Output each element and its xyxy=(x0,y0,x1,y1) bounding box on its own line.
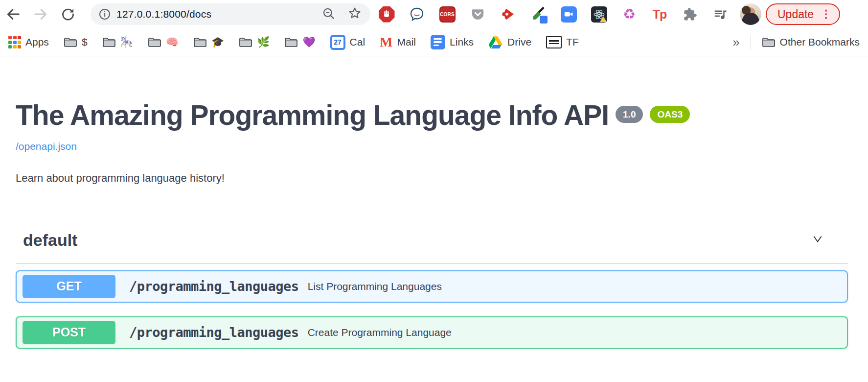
folder-icon xyxy=(64,37,77,48)
operation-summary: Create Programming Language xyxy=(308,327,452,338)
eyedropper-icon[interactable] xyxy=(530,6,547,23)
adblock-hand-icon[interactable] xyxy=(378,6,395,23)
openapi-spec-link[interactable]: /openapi.json xyxy=(16,141,77,152)
bookmarks-overflow-chevron[interactable]: » xyxy=(732,35,739,50)
bookmark-folder-brain[interactable]: 🧠 xyxy=(148,36,179,48)
operation-summary: List Programming Languages xyxy=(308,281,442,292)
get-method-badge: GET xyxy=(23,275,115,298)
folder-icon xyxy=(284,37,298,48)
forward-button[interactable] xyxy=(32,6,49,23)
cors-extension-icon[interactable]: CORS xyxy=(439,6,456,23)
folder-icon xyxy=(762,37,776,48)
react-devtools-icon[interactable] xyxy=(591,6,607,23)
google-drive-icon xyxy=(488,36,503,49)
playlist-icon[interactable] xyxy=(712,6,729,23)
apps-label: Apps xyxy=(25,36,49,48)
bookmark-calendar[interactable]: 27 Cal xyxy=(330,35,365,50)
bookmark-tf[interactable]: TF xyxy=(546,36,579,48)
reload-icon xyxy=(61,7,75,21)
swagger-ui: The Amazing Programming Language Info AP… xyxy=(0,56,868,349)
bookmark-folder-heart[interactable]: 💜 xyxy=(284,36,315,48)
section-title: default xyxy=(23,231,77,250)
bookmark-folder-carousel[interactable]: 🎠 xyxy=(102,36,133,48)
pocket-icon[interactable] xyxy=(469,6,486,23)
url-text[interactable]: 127.0.0.1:8000/docs xyxy=(116,8,211,20)
oas3-badge: OAS3 xyxy=(650,106,690,123)
bookmarks-bar: Apps $ 🎠 🧠 🎓 🌿 💜 27 Cal xyxy=(0,28,868,56)
apps-grid-icon xyxy=(8,36,21,48)
other-bookmarks-label: Other Bookmarks xyxy=(780,36,860,48)
profile-avatar[interactable] xyxy=(742,6,759,23)
browser-menu-kebab-icon[interactable]: ⋮ xyxy=(821,8,831,21)
bookmark-links[interactable]: Links xyxy=(431,35,474,49)
post-method-badge: POST xyxy=(23,321,115,344)
bookmark-label: Cal xyxy=(350,36,365,48)
folder-icon xyxy=(193,37,207,48)
site-info-icon[interactable]: i xyxy=(99,9,110,20)
browser-toolbar: i 127.0.0.1:8000/docs CORS xyxy=(0,0,868,28)
page-title: The Amazing Programming Language Info AP… xyxy=(16,99,609,132)
red-arrow-extension-icon[interactable] xyxy=(500,6,516,23)
api-description: Learn about programming language history… xyxy=(16,172,848,185)
avatar xyxy=(740,3,761,25)
bookmark-folder-label: 💜 xyxy=(302,36,315,48)
puzzle-extensions-icon[interactable] xyxy=(682,6,698,23)
bookmark-mail[interactable]: M Mail xyxy=(380,34,416,50)
collapse-chevron-icon[interactable] xyxy=(811,232,824,248)
bookmark-star-icon[interactable] xyxy=(348,6,362,22)
bookmark-folder-label: 🌿 xyxy=(257,36,270,48)
bookmark-folder-dollar[interactable]: $ xyxy=(64,36,88,48)
back-button[interactable] xyxy=(5,6,22,23)
bookmark-label: Links xyxy=(450,36,474,48)
annotation-card-icon xyxy=(546,36,562,48)
url-bar[interactable]: i 127.0.0.1:8000/docs xyxy=(91,3,370,25)
bookmark-label: Drive xyxy=(507,36,531,48)
folder-icon xyxy=(239,37,252,48)
version-badge: 1.0 xyxy=(616,106,643,123)
bookmark-folder-label: 🎠 xyxy=(120,36,133,48)
section-header-default[interactable]: default xyxy=(16,231,848,264)
reload-button[interactable] xyxy=(60,6,76,23)
tp-extension-icon[interactable]: Tp xyxy=(651,6,668,23)
section-default: default GET /programming_languages List … xyxy=(16,231,848,349)
browser-window: i 127.0.0.1:8000/docs CORS xyxy=(0,0,868,382)
bookmark-label: Mail xyxy=(397,36,416,48)
back-arrow-icon xyxy=(6,7,21,22)
bookmark-folder-label: 🧠 xyxy=(166,36,179,48)
links-list-icon xyxy=(431,35,445,49)
operation-row-get-programming-languages[interactable]: GET /programming_languages List Programm… xyxy=(16,270,848,303)
update-label: Update xyxy=(777,8,814,21)
bookmark-folder-label: 🎓 xyxy=(211,36,224,48)
chat-bubble-icon[interactable] xyxy=(409,6,425,23)
warning-triangle-icon xyxy=(600,16,607,22)
bookmarks-divider xyxy=(751,35,751,49)
bookmark-folder-graduation[interactable]: 🎓 xyxy=(193,36,224,48)
google-calendar-icon: 27 xyxy=(330,35,345,50)
bookmark-drive[interactable]: Drive xyxy=(488,36,531,49)
other-bookmarks[interactable]: Other Bookmarks xyxy=(762,36,860,48)
zoom-out-icon[interactable] xyxy=(322,7,335,22)
extensions-row: CORS ♻ Tp xyxy=(378,6,759,23)
gmail-icon: M xyxy=(380,34,392,50)
operation-path: /programming_languages xyxy=(129,325,299,340)
operation-row-post-programming-languages[interactable]: POST /programming_languages Create Progr… xyxy=(16,316,848,349)
bookmark-folder-label: $ xyxy=(82,36,88,48)
forward-arrow-icon xyxy=(33,7,48,22)
apps-shortcut[interactable]: Apps xyxy=(8,36,49,48)
bookmark-label: TF xyxy=(566,36,579,48)
bookmark-folder-herb[interactable]: 🌿 xyxy=(239,36,270,48)
update-button[interactable]: Update ⋮ xyxy=(766,3,840,25)
folder-icon xyxy=(102,37,116,48)
blue-square-overlay xyxy=(540,16,548,24)
operation-path: /programming_languages xyxy=(129,279,299,294)
recycle-extension-icon[interactable]: ♻ xyxy=(621,6,638,23)
folder-icon xyxy=(148,37,161,48)
zoom-video-icon[interactable] xyxy=(560,6,577,23)
